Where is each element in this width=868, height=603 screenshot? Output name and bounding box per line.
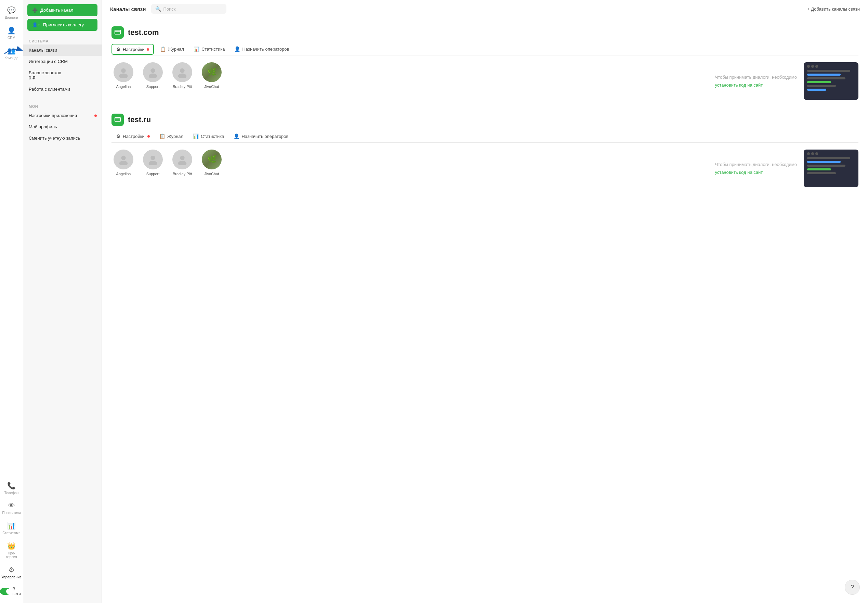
- dialogs-icon: 💬: [7, 6, 16, 14]
- settings-dot-2: [147, 135, 150, 138]
- tab-operators-test-ru[interactable]: 👤 Назначить операторов: [229, 131, 293, 142]
- stats-label: Статистика: [2, 531, 20, 535]
- sidebar-item-crm-integrations[interactable]: Интеграции с CRM: [23, 56, 102, 67]
- install-text-1: Чтобы принимать диалоги, необходимо: [715, 74, 797, 80]
- code-line-2e: [807, 172, 836, 174]
- operator-angelina-2: Angelina: [111, 150, 136, 176]
- svg-point-6: [180, 68, 184, 73]
- balance-label: Баланс звонков: [29, 70, 96, 75]
- tab-log-test-ru[interactable]: 📋 Журнал: [154, 131, 188, 142]
- operators-row-test-ru: Angelina Support Bradley Pitt: [111, 150, 859, 187]
- install-section-2: Чтобы принимать диалоги, необходимо уста…: [715, 150, 859, 187]
- svg-point-2: [121, 68, 125, 73]
- code-line-2b: [807, 161, 841, 163]
- online-toggle-switch[interactable]: [0, 588, 10, 595]
- operators-tab-icon: 👤: [234, 46, 240, 52]
- sidebar-item-dialogs[interactable]: 💬 Диалоги: [2, 3, 21, 22]
- code-line-1b: [807, 74, 841, 76]
- stats-tab-icon-2: 📊: [193, 133, 199, 139]
- my-section-label: МОИ: [23, 102, 102, 110]
- install-info-1: Чтобы принимать диалоги, необходимо уста…: [715, 74, 797, 88]
- operator-avatar-angelina-2: [114, 150, 133, 169]
- tab-stats-test-ru[interactable]: 📊 Статистика: [188, 131, 229, 142]
- main-body: test.com ⚙ Настройки 📋 Журнал 📊 Статисти…: [102, 18, 868, 603]
- switch-account-label: Сменить учетную запись: [29, 136, 80, 141]
- svg-point-12: [151, 156, 155, 160]
- tab-log-test-com[interactable]: 📋 Журнал: [155, 43, 189, 55]
- tab-operators-test-com[interactable]: 👤 Назначить операторов: [230, 43, 294, 55]
- code-line-1c: [807, 77, 845, 79]
- svg-point-7: [178, 74, 187, 78]
- sidebar-item-app-settings[interactable]: Настройки приложения: [23, 110, 102, 121]
- sidebar-item-visitors[interactable]: 👁 Посетители: [2, 499, 21, 518]
- operator-bradley-2: Bradley Pitt: [170, 150, 194, 176]
- code-preview-2: [804, 150, 859, 187]
- operator-jivochat-2: 🌿 JivoChat: [200, 150, 224, 176]
- code-line-2c: [807, 165, 845, 167]
- visitors-icon: 👁: [8, 502, 15, 510]
- install-section-1: Чтобы принимать диалоги, необходимо уста…: [715, 62, 859, 100]
- channel-name-test-com: test.com: [128, 28, 159, 37]
- operators-tab-icon-2: 👤: [234, 133, 239, 139]
- code-dot-2a: [807, 152, 810, 155]
- operators-group-test-ru: Angelina Support Bradley Pitt: [111, 150, 224, 176]
- app-settings-label: Настройки приложения: [29, 113, 77, 118]
- channel-title-row: test.com: [111, 26, 859, 39]
- settings-tab-label: Настройки: [123, 47, 145, 52]
- channel-name-test-ru: test.ru: [128, 115, 151, 124]
- code-preview-1: [804, 62, 859, 100]
- operators-group-test-com: Angelina Support Bradley Pitt: [111, 62, 224, 89]
- install-link-1[interactable]: установить код на сайт: [715, 82, 797, 88]
- svg-point-11: [119, 161, 128, 165]
- operator-jivochat-1: 🌿 JivoChat: [200, 62, 224, 89]
- help-button[interactable]: ?: [845, 580, 860, 595]
- pro-icon: 👑: [7, 542, 16, 550]
- sidebar-item-channels[interactable]: Каналы связи: [23, 45, 102, 56]
- client-work-label: Работа с клиентами: [29, 87, 70, 92]
- operator-avatar-support-1: [143, 62, 163, 82]
- operator-avatar-angelina-1: [114, 62, 133, 82]
- sidebar-item-phone[interactable]: 📞 Телефон: [2, 479, 21, 498]
- operator-angelina-1: Angelina: [111, 62, 136, 89]
- add-channel-button[interactable]: ➕ Добавить канал: [27, 4, 97, 16]
- sidebar-item-management[interactable]: ⚙ Управление: [2, 563, 21, 582]
- system-section-label: СИСТЕМА: [23, 36, 102, 45]
- invite-colleague-button[interactable]: 👤+ Пригласить коллегу: [27, 19, 97, 31]
- install-text-2: Чтобы принимать диалоги, необходимо: [715, 162, 797, 167]
- icon-nav-top: 💬 Диалоги 👤 CRM 👥 Команда: [2, 3, 21, 63]
- log-tab-label: Журнал: [168, 46, 184, 52]
- svg-point-5: [149, 74, 157, 78]
- svg-rect-0: [115, 30, 121, 34]
- install-link-2[interactable]: установить код на сайт: [715, 170, 797, 175]
- search-input[interactable]: [163, 6, 222, 12]
- svg-point-15: [178, 161, 187, 165]
- tab-stats-test-com[interactable]: 📊 Статистика: [189, 43, 230, 55]
- settings-tab-icon-2: ⚙: [116, 133, 121, 139]
- sidebar-item-switch-account[interactable]: Сменить учетную запись: [23, 133, 102, 144]
- operator-avatar-bradley-1: [173, 62, 192, 82]
- sidebar-item-my-profile[interactable]: Мой профиль: [23, 121, 102, 133]
- log-tab-label-2: Журнал: [167, 134, 183, 139]
- sidebar-item-crm[interactable]: 👤 CRM: [2, 23, 21, 42]
- sidebar-item-stats[interactable]: 📊 Статистика: [2, 519, 21, 538]
- operator-avatar-jivochat-2: 🌿: [202, 150, 222, 169]
- tab-settings-test-ru[interactable]: ⚙ Настройки: [111, 131, 154, 142]
- crm-label: CRM: [8, 36, 15, 40]
- operator-support-1: Support: [141, 62, 165, 89]
- channel-icon-test-ru: [111, 114, 124, 126]
- sidebar-item-pro[interactable]: 👑 Про-версия: [2, 539, 21, 561]
- sidebar-item-balance[interactable]: Баланс звонков 0 ₽: [23, 67, 102, 83]
- operator-name-jivochat-1: JivoChat: [205, 84, 219, 89]
- tab-settings-test-com[interactable]: ⚙ Настройки: [111, 44, 154, 55]
- search-bar[interactable]: 🔍: [151, 4, 227, 14]
- sidebar-buttons: ➕ Добавить канал 👤+ Пригласить коллегу: [23, 4, 102, 36]
- sidebar-item-team[interactable]: 👥 Команда: [2, 44, 21, 63]
- settings-tab-label-2: Настройки: [123, 134, 145, 139]
- channel-title-row-2: test.ru: [111, 114, 859, 126]
- sidebar: ➕ Добавить канал 👤+ Пригласить коллегу С…: [23, 0, 102, 603]
- add-channels-link[interactable]: + Добавить каналы связи: [807, 6, 860, 12]
- code-dot-2c: [816, 152, 818, 155]
- phone-icon: 📞: [7, 481, 16, 490]
- settings-tab-icon: ⚙: [116, 46, 121, 52]
- sidebar-item-client-work[interactable]: Работа с клиентами: [23, 83, 102, 95]
